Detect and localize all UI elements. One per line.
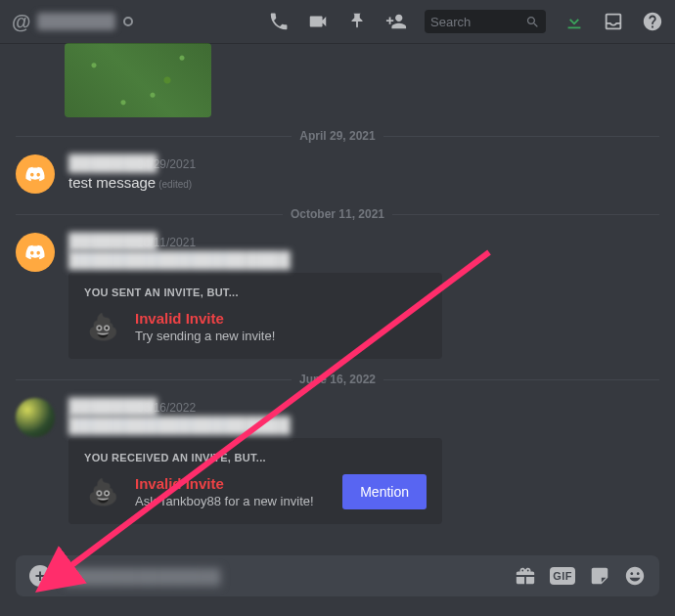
invite-link[interactable]: ████████████████████ bbox=[68, 251, 225, 265]
poop-icon: 💩 bbox=[84, 473, 121, 510]
poop-icon: 💩 bbox=[84, 308, 121, 345]
voice-call-icon[interactable] bbox=[268, 11, 290, 32]
username[interactable]: ████████ bbox=[68, 398, 129, 412]
attach-button[interactable]: + bbox=[29, 565, 51, 587]
header-left: @ ████████ bbox=[12, 11, 260, 33]
message-item: ████████ 06/16/2022 ████████████████████… bbox=[16, 392, 659, 526]
date-divider: June 16, 2022 bbox=[16, 373, 659, 386]
composer-area: + ███████████████ GIF bbox=[0, 555, 675, 616]
divider-label: October 11, 2021 bbox=[283, 207, 392, 221]
header-icons: Search bbox=[268, 10, 663, 33]
divider-label: June 16, 2022 bbox=[292, 373, 383, 386]
video-call-icon[interactable] bbox=[307, 11, 329, 32]
help-icon[interactable] bbox=[642, 11, 663, 32]
download-icon[interactable] bbox=[563, 11, 585, 32]
status-offline-icon bbox=[123, 17, 133, 26]
sticker-icon[interactable] bbox=[589, 565, 610, 587]
message-body: ████████ 06/16/2022 ████████████████████… bbox=[68, 398, 659, 524]
avatar[interactable] bbox=[16, 154, 55, 194]
search-placeholder: Search bbox=[430, 15, 471, 29]
invite-link[interactable]: ████████████████████ bbox=[68, 417, 225, 430]
search-input[interactable]: Search bbox=[425, 10, 546, 33]
invite-heading: YOU SENT AN INVITE, BUT... bbox=[84, 286, 427, 298]
invite-subtext: Try sending a new invite! bbox=[135, 329, 427, 343]
add-friend-icon[interactable] bbox=[385, 11, 407, 32]
message-item: ████████ 10/11/2021 ████████████████████… bbox=[16, 227, 659, 361]
username[interactable]: ████████ bbox=[68, 154, 129, 168]
message-scroll-area[interactable]: April 29, 2021 ████████ 04/29/2021 test … bbox=[0, 43, 675, 555]
date-divider: April 29, 2021 bbox=[16, 129, 659, 143]
channel-name: ████████ bbox=[37, 13, 115, 30]
emoji-icon[interactable] bbox=[624, 565, 646, 587]
message-item: ████████ 04/29/2021 test message(edited) bbox=[16, 149, 659, 196]
gif-icon[interactable]: GIF bbox=[550, 567, 575, 585]
invite-heading: YOU RECEIVED AN INVITE, BUT... bbox=[84, 452, 427, 463]
composer-input[interactable]: ███████████████ bbox=[65, 568, 501, 584]
edited-tag: (edited) bbox=[158, 179, 192, 190]
message-composer[interactable]: + ███████████████ GIF bbox=[16, 555, 659, 596]
avatar[interactable] bbox=[16, 398, 55, 437]
search-icon bbox=[525, 15, 540, 29]
message-body: ████████ 04/29/2021 test message(edited) bbox=[68, 154, 659, 194]
discord-logo-icon bbox=[24, 242, 46, 263]
message-body: ████████ 10/11/2021 ████████████████████… bbox=[68, 233, 659, 359]
username[interactable]: ████████ bbox=[68, 233, 129, 246]
inbox-icon[interactable] bbox=[603, 11, 624, 32]
image-attachment[interactable] bbox=[65, 43, 211, 117]
message-text: test message(edited) bbox=[68, 173, 659, 193]
discord-logo-icon bbox=[24, 163, 46, 185]
date-divider: October 11, 2021 bbox=[16, 207, 659, 221]
invite-subtext: Ask Tankboy88 for a new invite! bbox=[135, 494, 329, 508]
invite-embed-sent: YOU SENT AN INVITE, BUT... 💩 Invalid Inv… bbox=[68, 273, 442, 359]
avatar[interactable] bbox=[16, 233, 55, 272]
at-icon: @ bbox=[12, 11, 31, 33]
header-bar: @ ████████ Search bbox=[0, 0, 675, 43]
invite-status: Invalid Invite bbox=[135, 475, 329, 492]
mention-button[interactable]: Mention bbox=[342, 474, 427, 509]
invite-status: Invalid Invite bbox=[135, 310, 427, 327]
divider-label: April 29, 2021 bbox=[292, 129, 382, 143]
gift-icon[interactable] bbox=[515, 565, 536, 587]
invite-embed-received: YOU RECEIVED AN INVITE, BUT... 💩 Invalid… bbox=[68, 438, 442, 524]
pin-icon[interactable] bbox=[346, 11, 368, 32]
